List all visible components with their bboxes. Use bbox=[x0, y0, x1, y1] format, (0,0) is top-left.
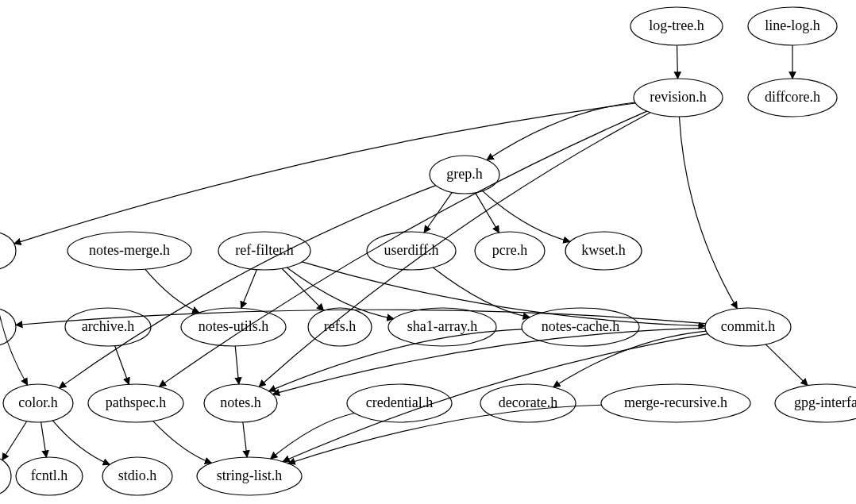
node-label: archive.h bbox=[82, 318, 134, 334]
node-label: notes-cache.h bbox=[542, 318, 619, 334]
node-label: commit.h bbox=[721, 318, 776, 334]
node-label: line-log.h bbox=[765, 17, 820, 33]
node-log-tree: log-tree.h bbox=[630, 7, 723, 45]
node-archive: archive.h bbox=[65, 308, 151, 346]
edge-notes-utils-to-notes bbox=[235, 346, 239, 384]
node-notes-merge: notes-merge.h bbox=[67, 232, 191, 270]
node-sha1-array: sha1-array.h bbox=[388, 308, 496, 346]
node-label: ref-filter.h bbox=[235, 242, 293, 258]
edge-ref-filter-to-sha1-array bbox=[287, 267, 394, 319]
node-notes-utils: notes-utils.h bbox=[181, 308, 286, 346]
edge-log-tree-to-revision bbox=[677, 45, 678, 79]
node-label: revision.h bbox=[650, 89, 707, 105]
node-merge-recursive: merge-recursive.h bbox=[601, 384, 750, 422]
node-label: notes.h bbox=[220, 394, 261, 410]
node-label: refs.h bbox=[324, 318, 356, 334]
node-label: grep.h bbox=[446, 166, 482, 182]
edge-notes-to-string-list bbox=[243, 422, 247, 457]
edge-partial-left-a-to-color bbox=[0, 270, 28, 385]
node-refs: refs.h bbox=[308, 308, 372, 346]
node-label: pathspec.h bbox=[106, 394, 166, 410]
node-label: diffcore.h bbox=[765, 89, 820, 105]
node-stdio: stdio.h bbox=[102, 457, 172, 495]
node-label: stdio.h bbox=[118, 467, 157, 483]
edge-notes-merge-to-notes-utils bbox=[145, 269, 199, 313]
node-label: string-list.h bbox=[217, 467, 283, 483]
node-revision: revision.h bbox=[634, 79, 723, 117]
node-line-log: line-log.h bbox=[748, 7, 837, 45]
node-label: sha1-array.h bbox=[407, 318, 477, 334]
node-credential: credential.h bbox=[347, 384, 452, 422]
node-label: color.h bbox=[18, 394, 58, 410]
node-notes-cache: notes-cache.h bbox=[522, 308, 639, 346]
node-pathspec: pathspec.h bbox=[88, 384, 183, 422]
node-ellipse bbox=[0, 232, 16, 270]
node-label: merge-recursive.h bbox=[624, 394, 727, 410]
node-string-list: string-list.h bbox=[197, 457, 302, 495]
edge-userdiff-to-notes-cache bbox=[433, 267, 530, 317]
node-gpg-interface: gpg-interfa bbox=[775, 384, 856, 422]
node-ref-filter: ref-filter.h bbox=[218, 232, 310, 270]
node-color: color.h bbox=[3, 384, 73, 422]
edge-revision-to-partial-left-a bbox=[14, 103, 636, 244]
edge-archive-to-pathspec bbox=[115, 346, 129, 385]
edge-commit-to-decorate bbox=[553, 331, 706, 387]
edge-ref-filter-to-commit bbox=[302, 262, 705, 326]
node-label: gpg-interfa bbox=[794, 394, 856, 410]
node-userdiff: userdiff.h bbox=[367, 232, 456, 270]
edge-ref-filter-to-notes-utils bbox=[241, 270, 257, 309]
node-kwset: kwset.h bbox=[565, 232, 642, 270]
node-fcntl: fcntl.h bbox=[16, 457, 83, 495]
node-grep: grep.h bbox=[430, 156, 499, 194]
node-label: userdiff.h bbox=[384, 242, 438, 258]
edge-ref-filter-to-refs bbox=[282, 268, 324, 310]
node-label: credential.h bbox=[366, 394, 433, 410]
edge-commit-to-notes bbox=[273, 328, 706, 394]
edge-grep-to-pcre bbox=[476, 193, 499, 233]
edge-commit-to-gpg-interface bbox=[765, 344, 808, 386]
edge-revision-to-commit bbox=[679, 117, 737, 309]
edge-merge-recursive-to-string-list bbox=[288, 405, 601, 464]
edge-revision-to-grep bbox=[487, 102, 635, 160]
node-diffcore: diffcore.h bbox=[748, 79, 837, 117]
node-label: notes-merge.h bbox=[89, 242, 170, 258]
node-label: decorate.h bbox=[499, 394, 557, 410]
node-label: pcre.h bbox=[492, 242, 527, 258]
node-decorate: decorate.h bbox=[480, 384, 576, 422]
node-partial-left-a bbox=[0, 232, 16, 270]
node-notes: notes.h bbox=[204, 384, 277, 422]
edge-color-to-fcntl bbox=[41, 422, 47, 457]
node-commit: commit.h bbox=[705, 308, 791, 346]
node-partial-left-c bbox=[0, 457, 11, 495]
edge-color-to-partial-left-c bbox=[2, 421, 27, 460]
edge-grep-to-userdiff bbox=[424, 192, 452, 233]
node-label: kwset.h bbox=[581, 242, 626, 258]
node-ellipse bbox=[0, 457, 11, 495]
node-label: notes-utils.h bbox=[199, 318, 269, 334]
edge-credential-to-string-list bbox=[271, 413, 355, 459]
node-label: fcntl.h bbox=[31, 467, 68, 483]
node-pcre: pcre.h bbox=[475, 232, 545, 270]
dependency-graph: log-tree.hline-log.hrevision.hdiffcore.h… bbox=[0, 0, 856, 504]
edge-pathspec-to-string-list bbox=[152, 421, 211, 463]
node-label: log-tree.h bbox=[649, 17, 704, 33]
